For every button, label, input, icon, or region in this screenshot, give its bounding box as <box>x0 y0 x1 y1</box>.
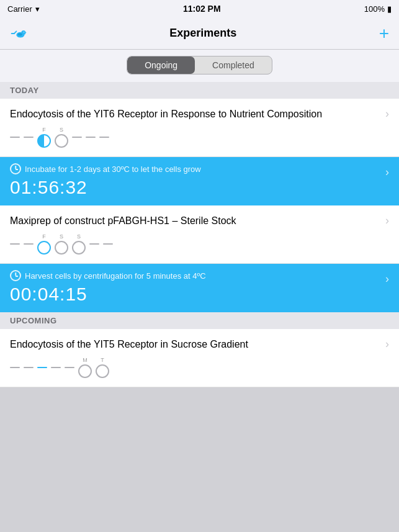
segment-ongoing[interactable]: Ongoing <box>127 56 195 74</box>
step-label-2s1: S <box>60 233 63 240</box>
carrier-label: Carrier <box>7 4 32 14</box>
segment-container: Ongoing Completed <box>0 50 399 82</box>
experiment-title-row-1[interactable]: Endocytosis of the YIT6 Receptor in Resp… <box>0 99 399 124</box>
step-group-1s: S <box>55 127 68 148</box>
status-bar-left: Carrier ▾ <box>7 4 40 14</box>
step-label-2s2: S <box>77 233 81 240</box>
page-title: Experiments <box>169 27 236 40</box>
step-group-1f: F <box>37 127 51 148</box>
battery-label: 100% <box>364 4 385 14</box>
timer-label-text-1: Incubate for 1-2 days at 30ºC to let the… <box>25 165 201 174</box>
step-group-2s2: S <box>72 233 86 255</box>
wifi-icon: ▾ <box>35 4 40 14</box>
chevron-right-icon-2: › <box>385 214 389 227</box>
segment-control: Ongoing Completed <box>127 56 272 74</box>
experiment-title-1: Endocytosis of the YIT6 Receptor in Resp… <box>10 109 385 120</box>
step-dash-3d <box>51 367 61 368</box>
step-circle-1f <box>37 134 51 148</box>
experiment-title-row-2[interactable]: Maxiprep of construct pFABGH-HS1 – Steri… <box>0 205 399 231</box>
nav-bar: Experiments + <box>0 17 399 50</box>
timer-banner-1[interactable]: Incubate for 1-2 days at 30ºC to let the… <box>0 157 399 205</box>
experiment-title-3: Endocytosis of the YIT5 Receptor in Sucr… <box>10 339 385 350</box>
step-dash-3a <box>10 367 20 368</box>
step-circle-1s <box>55 134 68 148</box>
step-dash-2b <box>24 243 34 245</box>
steps-row-1: F S <box>0 124 399 156</box>
step-group-2s1: S <box>55 233 68 255</box>
step-dash-3b <box>24 367 34 368</box>
step-dash-3c <box>37 367 47 368</box>
chevron-right-icon-1: › <box>385 107 389 120</box>
experiment-title-2: Maxiprep of construct pFABGH-HS1 – Steri… <box>10 215 385 227</box>
back-icon <box>10 27 27 40</box>
timer-content-1: Incubate for 1-2 days at 30ºC to let the… <box>10 163 201 198</box>
step-label-3t: T <box>101 357 104 363</box>
step-label-1s: S <box>60 127 63 133</box>
svg-point-3 <box>24 32 24 32</box>
step-dash-3e <box>65 367 74 368</box>
step-dash-2d <box>103 243 113 245</box>
step-circle-2s1 <box>55 241 68 255</box>
status-bar: Carrier ▾ 11:02 PM 100% ▮ <box>0 0 399 17</box>
step-circle-2f <box>37 241 51 255</box>
steps-row-3: M T <box>0 354 399 387</box>
timer-label-1: Incubate for 1-2 days at 30ºC to let the… <box>10 163 201 174</box>
step-circle-3t <box>96 364 109 378</box>
step-group-3t: T <box>96 357 109 378</box>
status-bar-time: 11:02 PM <box>183 4 221 14</box>
section-header-upcoming: UPCOMING <box>0 312 399 329</box>
timer-label-text-2: Harvest cells by centrifugation for 5 mi… <box>25 271 206 281</box>
step-dash-1b <box>24 137 34 138</box>
step-dash-1e <box>99 137 109 138</box>
step-circle-2s2 <box>72 241 86 255</box>
timer-clock-icon-2 <box>10 270 21 281</box>
steps-row-2: F S S <box>0 231 399 263</box>
timer-chevron-icon-2: › <box>385 273 389 286</box>
segment-completed[interactable]: Completed <box>195 56 272 74</box>
status-bar-right: 100% ▮ <box>364 4 392 14</box>
step-dash-1d <box>86 137 96 138</box>
step-dash-1c <box>72 137 82 138</box>
experiment-row-2: Maxiprep of construct pFABGH-HS1 – Steri… <box>0 205 399 264</box>
battery-icon: ▮ <box>387 4 392 14</box>
timer-banner-2[interactable]: Harvest cells by centrifugation for 5 mi… <box>0 264 399 312</box>
step-label-3m: M <box>83 357 87 363</box>
experiment-title-row-3[interactable]: Endocytosis of the YIT5 Receptor in Sucr… <box>0 329 399 354</box>
timer-clock-icon-1 <box>10 163 21 174</box>
section-header-today: TODAY <box>0 82 399 99</box>
chevron-right-icon-3: › <box>385 338 389 351</box>
timer-chevron-icon-1: › <box>385 166 389 179</box>
step-label-2f: F <box>42 233 46 240</box>
step-dash-2c <box>89 243 99 245</box>
timer-content-2: Harvest cells by centrifugation for 5 mi… <box>10 270 206 305</box>
step-group-3m: M <box>78 357 92 378</box>
timer-value-2: 00:04:15 <box>10 284 206 305</box>
step-circle-3m <box>78 364 92 378</box>
step-label-1f: F <box>42 127 46 133</box>
timer-label-2: Harvest cells by centrifugation for 5 mi… <box>10 270 206 281</box>
svg-point-2 <box>18 33 22 35</box>
step-dash-2a <box>10 243 20 245</box>
timer-value-1: 01:56:32 <box>10 177 201 198</box>
bottom-fill <box>0 387 399 524</box>
add-button[interactable]: + <box>379 25 389 42</box>
experiment-row-1: Endocytosis of the YIT6 Receptor in Resp… <box>0 99 399 157</box>
back-button[interactable] <box>10 27 27 40</box>
step-dash-1a <box>10 137 20 138</box>
step-group-2f: F <box>37 233 51 255</box>
experiment-row-3: Endocytosis of the YIT5 Receptor in Sucr… <box>0 329 399 387</box>
